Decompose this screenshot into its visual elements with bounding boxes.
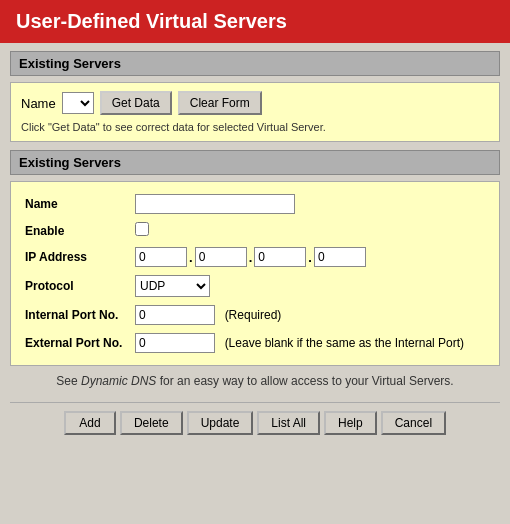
internal-port-row: Internal Port No. (Required) [21,301,489,329]
page-wrapper: User-Defined Virtual Servers Existing Se… [0,0,510,449]
page-title: User-Defined Virtual Servers [0,0,510,43]
name-select[interactable] [62,92,94,114]
delete-button[interactable]: Delete [120,411,183,435]
section2-box: PortForward.com Name Enable IP Address [10,181,500,366]
external-port-note: (Leave blank if the same as the Internal… [225,336,464,350]
ip-group: . . . [135,247,485,267]
dns-note-italic[interactable]: Dynamic DNS [81,374,156,388]
internal-port-input[interactable] [135,305,215,325]
ip-dot2: . [249,250,253,265]
ip-cell: . . . [131,243,489,271]
protocol-cell: UDP TCP Both [131,271,489,301]
ip-octet3[interactable] [254,247,306,267]
enable-row: Enable [21,218,489,243]
external-port-input[interactable] [135,333,215,353]
ip-octet1[interactable] [135,247,187,267]
get-data-button[interactable]: Get Data [100,91,172,115]
hint-text: Click "Get Data" to see correct data for… [21,121,489,133]
list-all-button[interactable]: List All [257,411,320,435]
name-label-top: Name [21,96,56,111]
section2-header: Existing Servers [10,150,500,175]
update-button[interactable]: Update [187,411,254,435]
external-port-cell: (Leave blank if the same as the Internal… [131,329,489,357]
protocol-select[interactable]: UDP TCP Both [135,275,210,297]
clear-form-button[interactable]: Clear Form [178,91,262,115]
ip-octet2[interactable] [195,247,247,267]
name-field-label: Name [21,190,131,218]
name-input[interactable] [135,194,295,214]
external-port-row: External Port No. (Leave blank if the sa… [21,329,489,357]
ip-dot1: . [189,250,193,265]
enable-cell [131,218,489,243]
divider [10,392,500,398]
help-button[interactable]: Help [324,411,377,435]
protocol-label: Protocol [21,271,131,301]
enable-label: Enable [21,218,131,243]
protocol-row: Protocol UDP TCP Both [21,271,489,301]
form-table: Name Enable IP Address [21,190,489,357]
ip-dot3: . [308,250,312,265]
internal-port-label: Internal Port No. [21,301,131,329]
main-content: Existing Servers Name Get Data Clear For… [0,43,510,449]
ip-label: IP Address [21,243,131,271]
internal-port-cell: (Required) [131,301,489,329]
ip-row: IP Address . . . [21,243,489,271]
enable-checkbox[interactable] [135,222,149,236]
bottom-buttons: Add Delete Update List All Help Cancel [10,402,500,441]
external-port-label: External Port No. [21,329,131,357]
section1-box: Name Get Data Clear Form Click "Get Data… [10,82,500,142]
add-button[interactable]: Add [64,411,116,435]
name-field-cell [131,190,489,218]
ip-octet4[interactable] [314,247,366,267]
top-row: Name Get Data Clear Form [21,91,489,115]
section1-header: Existing Servers [10,51,500,76]
dns-note: See Dynamic DNS for an easy way to allow… [10,374,500,388]
name-row: Name [21,190,489,218]
cancel-button[interactable]: Cancel [381,411,446,435]
internal-port-note: (Required) [225,308,282,322]
